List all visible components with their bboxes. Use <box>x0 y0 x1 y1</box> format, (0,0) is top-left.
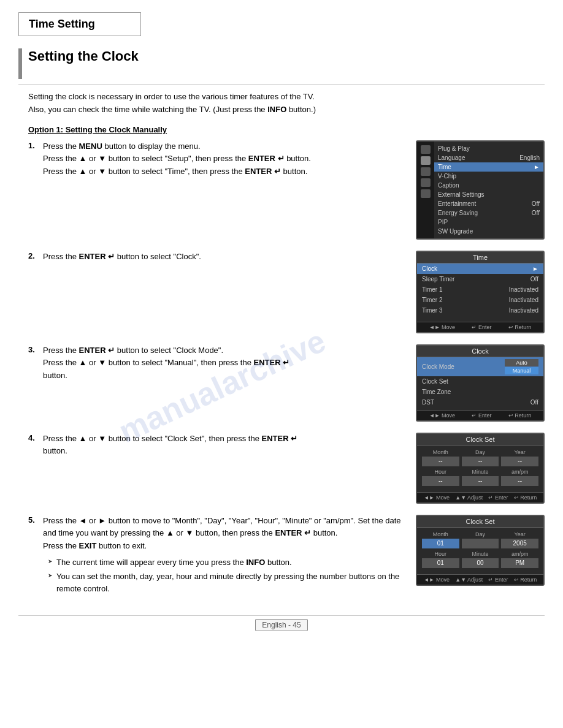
time-item-timer2: Timer 2Inactivated <box>417 295 543 305</box>
clockset1-hour: Hour -- <box>422 469 459 486</box>
step-5-bullets: The current time will appear every time … <box>43 556 406 595</box>
step-2-screen: Time Clock► Sleep TimerOff Timer 1Inacti… <box>416 251 545 333</box>
clock-screen: Clock Clock Mode Auto Manual Clock Set T… <box>416 344 545 422</box>
clock-mode-auto: Auto <box>505 359 538 366</box>
time-screen-title: Time <box>417 252 543 264</box>
clockset1-month: Month -- <box>422 449 459 466</box>
section-title: Setting the Clock <box>28 48 139 64</box>
step-1-number: 1. <box>28 140 43 150</box>
step-5: 5. Press the ◄ or ► button to move to "M… <box>28 515 545 597</box>
clockset1-footer: ◄► Move▲▼ Adjust↵ Enter↩ Return <box>417 492 543 502</box>
clock-screen-title: Clock <box>417 346 543 357</box>
clockset1-title: Clock Set <box>417 434 543 446</box>
menu-item-plug-play: Plug & Play <box>434 144 543 153</box>
clockset1-screen: Clock Set Month -- Day -- Year <box>416 433 545 504</box>
clockset2-title: Clock Set <box>417 516 543 528</box>
step-5-screen: Clock Set Month 01 Day Year 20 <box>416 515 545 586</box>
clockset2-minute: Minute 00 <box>462 551 499 568</box>
clock-item-dst: DSTOff <box>417 397 543 408</box>
page-number: English - 45 <box>255 619 307 631</box>
clockset2-year: Year 2005 <box>501 531 538 548</box>
clock-item-mode: Clock Mode Auto Manual <box>417 357 543 376</box>
clock-item-set: Clock Set <box>417 376 543 387</box>
page-footer: English - 45 <box>18 615 545 629</box>
clockset2-row2: Hour 01 Minute 00 am/pm PM <box>422 551 538 568</box>
clock-footer: ◄► Move↵ Enter↩ Return <box>417 410 543 420</box>
option-heading: Option 1: Setting the Clock Manually <box>18 125 545 134</box>
sidebar-icon-3 <box>421 167 431 176</box>
step-1: 1. Press the MENU button to display the … <box>28 140 545 240</box>
step-3-screen: Clock Clock Mode Auto Manual Clock Set T… <box>416 344 545 422</box>
step-2: 2. Press the ENTER ↵ button to select "C… <box>28 251 545 333</box>
menu-item-external: External Settings <box>434 190 543 199</box>
clockset2-screen: Clock Set Month 01 Day Year 20 <box>416 515 545 586</box>
step-4-number: 4. <box>28 433 43 442</box>
setup-screen: Plug & Play LanguageEnglish Time► V-Chip… <box>416 140 545 240</box>
setup-sidebar <box>417 142 434 238</box>
section-header: Setting the Clock <box>18 48 545 85</box>
clockset1-day: Day -- <box>462 449 499 466</box>
step-4-content: Press the ▲ or ▼ button to select "Clock… <box>43 433 406 458</box>
sidebar-icon-2 <box>421 156 431 165</box>
step-1-content: Press the MENU button to display the men… <box>43 140 406 178</box>
clockset1-ampm: am/pm -- <box>501 469 538 486</box>
page-title-box: Time Setting <box>18 12 141 36</box>
clockset1-body: Month -- Day -- Year -- <box>417 446 543 492</box>
clockset1-year: Year -- <box>501 449 538 466</box>
step-5-content: Press the ◄ or ► button to move to "Mont… <box>43 515 406 597</box>
bullet-1: The current time will appear every time … <box>48 556 406 569</box>
clockset2-body: Month 01 Day Year 2005 <box>417 528 543 574</box>
menu-item-language: LanguageEnglish <box>434 153 543 162</box>
menu-item-entertainment: EntertainmentOff <box>434 199 543 208</box>
step-4: 4. Press the ▲ or ▼ button to select "Cl… <box>28 433 545 504</box>
step-5-number: 5. <box>28 515 43 525</box>
sidebar-icon-1 <box>421 145 431 154</box>
clockset2-row1: Month 01 Day Year 2005 <box>422 531 538 548</box>
menu-item-time: Time► <box>434 162 543 172</box>
setup-menu: Plug & Play LanguageEnglish Time► V-Chip… <box>434 142 543 238</box>
time-item-timer3: Timer 3Inactivated <box>417 305 543 316</box>
menu-item-sw: SW Upgrade <box>434 227 543 236</box>
step-4-screen: Clock Set Month -- Day -- Year <box>416 433 545 504</box>
step-2-number: 2. <box>28 251 43 260</box>
steps-container: 1. Press the MENU button to display the … <box>18 140 545 597</box>
clock-mode-manual: Manual <box>505 367 538 374</box>
clock-item-timezone: Time Zone <box>417 387 543 397</box>
time-item-timer1: Timer 1Inactivated <box>417 284 543 295</box>
clockset2-hour: Hour 01 <box>422 551 459 568</box>
menu-item-energy: Energy SavingOff <box>434 208 543 218</box>
clockset2-ampm: am/pm PM <box>501 551 538 568</box>
clockset2-day: Day <box>462 531 499 548</box>
time-item-sleep: Sleep TimerOff <box>417 274 543 284</box>
step-2-content: Press the ENTER ↵ button to select "Cloc… <box>43 251 406 264</box>
bullet-2: You can set the month, day, year, hour a… <box>48 571 406 594</box>
sidebar-icon-4 <box>421 178 431 187</box>
intro-line2: Also, you can check the time while watch… <box>28 104 545 116</box>
step-3: 3. Press the ENTER ↵ button to select "C… <box>28 344 545 422</box>
menu-item-caption: Caption <box>434 181 543 190</box>
clockset2-footer: ◄► Move▲▼ Adjust↵ Enter↩ Return <box>417 574 543 585</box>
clockset1-row2: Hour -- Minute -- am/pm -- <box>422 469 538 486</box>
sidebar-icon-5 <box>421 189 431 198</box>
clockset2-month: Month 01 <box>422 531 459 548</box>
step-3-content: Press the ENTER ↵ button to select "Cloc… <box>43 344 406 382</box>
time-item-clock: Clock► <box>417 264 543 274</box>
clockset1-row1: Month -- Day -- Year -- <box>422 449 538 466</box>
menu-item-vchip: V-Chip <box>434 172 543 181</box>
menu-item-pip: PIP <box>434 218 543 227</box>
step-3-number: 3. <box>28 344 43 354</box>
page-title: Time Setting <box>29 18 131 31</box>
time-footer: ◄► Move↵ Enter↩ Return <box>417 322 543 332</box>
clockset1-minute: Minute -- <box>462 469 499 486</box>
time-screen: Time Clock► Sleep TimerOff Timer 1Inacti… <box>416 251 545 333</box>
intro-line1: Setting the clock is necessary in order … <box>28 91 545 104</box>
step-1-screen: Plug & Play LanguageEnglish Time► V-Chip… <box>416 140 545 240</box>
section-bar <box>18 48 22 79</box>
intro-text: Setting the clock is necessary in order … <box>18 91 545 116</box>
